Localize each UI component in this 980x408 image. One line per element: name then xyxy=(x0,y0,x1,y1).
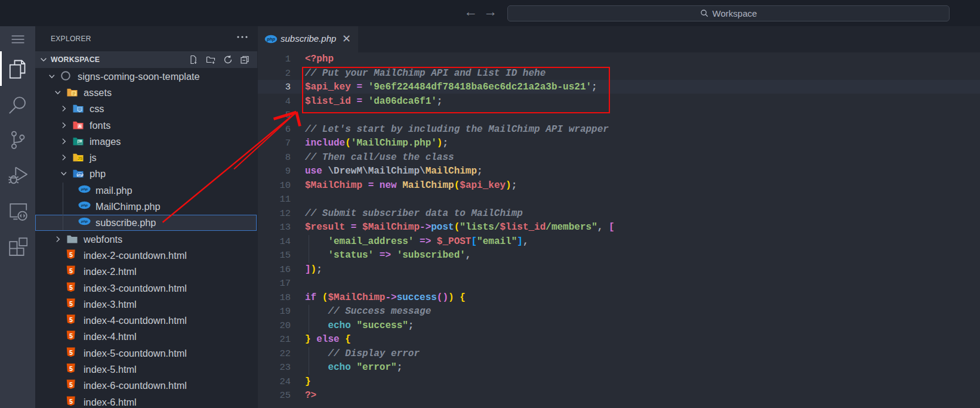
svg-text:5: 5 xyxy=(69,365,73,372)
svg-text:php: php xyxy=(76,173,84,177)
svg-text:php: php xyxy=(81,220,88,224)
svg-text:5: 5 xyxy=(69,251,73,258)
svg-text:php: php xyxy=(266,36,275,42)
svg-text:5: 5 xyxy=(69,316,73,323)
svg-text:A: A xyxy=(78,123,82,129)
svg-text:5: 5 xyxy=(69,267,73,274)
svg-text:php: php xyxy=(81,187,88,191)
svg-text:php: php xyxy=(81,203,88,207)
svg-text:JS: JS xyxy=(78,156,83,160)
svg-text:5: 5 xyxy=(69,283,73,290)
svg-text:5: 5 xyxy=(69,299,73,307)
svg-text:5: 5 xyxy=(69,332,73,339)
svg-text:5: 5 xyxy=(69,348,73,356)
svg-text:5: 5 xyxy=(69,397,73,404)
svg-text:5: 5 xyxy=(69,381,73,388)
